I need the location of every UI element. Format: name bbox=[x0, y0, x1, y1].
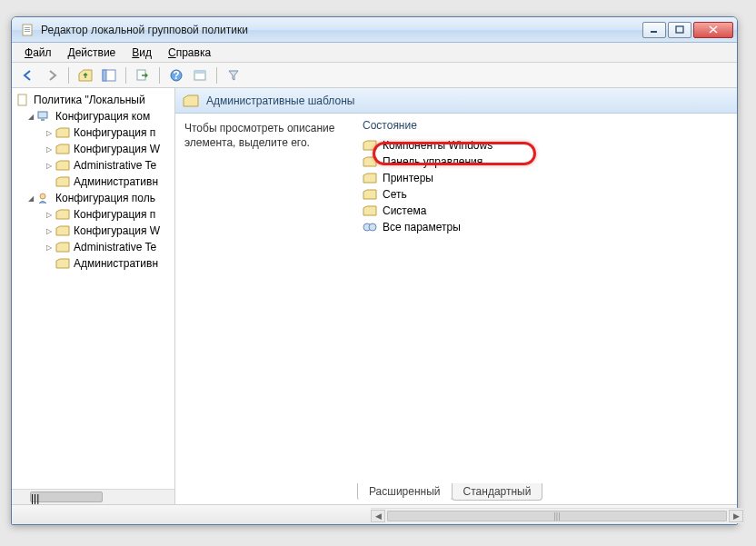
svg-rect-7 bbox=[103, 70, 106, 81]
tree-item[interactable]: ▷Конфигурация W bbox=[12, 223, 174, 239]
folder-icon bbox=[55, 257, 70, 270]
tree-node-computer-config[interactable]: ◢ Конфигурация ком bbox=[12, 108, 174, 124]
tree-hscrollbar[interactable]: ||| bbox=[12, 489, 174, 504]
folder-icon bbox=[363, 173, 377, 184]
back-button[interactable] bbox=[17, 65, 39, 85]
tree-item[interactable]: ▷Конфигурация п bbox=[12, 206, 174, 223]
properties-button[interactable] bbox=[189, 65, 211, 85]
detail-area: Чтобы просмотреть описание элемента, выд… bbox=[175, 114, 737, 504]
folder-icon bbox=[55, 208, 70, 221]
tabstrip: Расширенный Стандартный bbox=[357, 482, 542, 501]
tab-extended[interactable]: Расширенный bbox=[357, 483, 453, 501]
tree[interactable]: Политика "Локальный ◢ Конфигурация ком ▷… bbox=[12, 88, 174, 489]
right-pane: Административные шаблоны Чтобы просмотре… bbox=[175, 88, 737, 504]
svg-rect-5 bbox=[676, 26, 683, 33]
menu-action[interactable]: Действие bbox=[61, 45, 124, 61]
svg-point-18 bbox=[369, 223, 376, 231]
folder-icon bbox=[363, 205, 377, 216]
tree-node-user-config[interactable]: ◢ Конфигурация поль bbox=[12, 190, 174, 206]
folder-icon bbox=[55, 126, 70, 139]
export-list-button[interactable] bbox=[132, 65, 154, 85]
scroll-left-button[interactable]: ◀ bbox=[371, 510, 385, 522]
folder-icon bbox=[183, 94, 199, 107]
help-button[interactable]: ? bbox=[165, 65, 187, 85]
maximize-button[interactable] bbox=[668, 22, 691, 38]
up-button[interactable] bbox=[75, 65, 96, 85]
separator bbox=[68, 67, 69, 84]
menu-file[interactable]: Файл bbox=[17, 45, 59, 61]
tab-standard[interactable]: Стандартный bbox=[452, 483, 543, 501]
folder-icon bbox=[363, 140, 377, 151]
menubar: Файл Действие Вид Справка bbox=[12, 43, 737, 63]
menu-help[interactable]: Справка bbox=[161, 45, 218, 61]
scroll-right-button[interactable]: ▶ bbox=[729, 510, 738, 522]
collapse-icon[interactable]: ◢ bbox=[26, 112, 35, 121]
titlebar[interactable]: Редактор локальной групповой политики bbox=[12, 17, 737, 43]
description-text: Чтобы просмотреть описание элемента, выд… bbox=[175, 114, 357, 504]
folder-icon bbox=[363, 189, 377, 200]
folder-icon bbox=[55, 175, 70, 188]
app-icon bbox=[21, 23, 35, 37]
svg-rect-1 bbox=[25, 27, 30, 28]
column-header-state[interactable]: Состояние bbox=[357, 117, 737, 137]
separator bbox=[216, 67, 217, 84]
folder-icon bbox=[55, 241, 70, 253]
user-icon bbox=[37, 192, 52, 204]
expand-icon[interactable]: ▷ bbox=[45, 144, 54, 154]
svg-rect-12 bbox=[194, 71, 205, 74]
tree-item[interactable]: ▷Administrative Te bbox=[12, 157, 174, 174]
svg-point-16 bbox=[40, 194, 45, 199]
collapse-icon[interactable]: ◢ bbox=[26, 194, 35, 203]
list-hscrollbar[interactable]: ◀ ||| ▶ bbox=[371, 508, 738, 523]
folder-icon bbox=[363, 156, 377, 167]
list-item-control-panel[interactable]: Панель управления bbox=[357, 154, 737, 170]
content: Политика "Локальный ◢ Конфигурация ком ▷… bbox=[12, 88, 737, 504]
svg-rect-13 bbox=[18, 94, 26, 105]
toolbar: ? bbox=[12, 63, 737, 88]
expand-icon[interactable]: ▷ bbox=[45, 128, 54, 137]
page-title: Административные шаблоны bbox=[206, 94, 354, 107]
list-item-system[interactable]: Система bbox=[357, 203, 737, 219]
expand-icon[interactable]: ▷ bbox=[45, 210, 54, 219]
expand-icon[interactable]: ▷ bbox=[45, 226, 54, 235]
svg-rect-15 bbox=[41, 119, 45, 121]
header-band: Административные шаблоны bbox=[175, 88, 737, 114]
minimize-button[interactable] bbox=[642, 22, 666, 38]
svg-rect-4 bbox=[651, 31, 657, 33]
list-column: Состояние Компоненты Windows Панель упра… bbox=[357, 114, 737, 504]
list-item-printers[interactable]: Принтеры bbox=[357, 170, 737, 186]
close-button[interactable] bbox=[693, 22, 733, 38]
folder-icon bbox=[55, 224, 70, 237]
svg-rect-14 bbox=[38, 112, 47, 118]
document-icon bbox=[15, 94, 30, 106]
expand-icon[interactable]: ▷ bbox=[45, 243, 54, 252]
tree-root[interactable]: Политика "Локальный bbox=[12, 92, 174, 108]
tree-item[interactable]: Административн bbox=[12, 255, 174, 272]
tree-item[interactable]: ▷Administrative Te bbox=[12, 239, 174, 255]
forward-button[interactable] bbox=[41, 65, 63, 85]
tree-item[interactable]: Административн bbox=[12, 174, 174, 190]
tree-pane: Политика "Локальный ◢ Конфигурация ком ▷… bbox=[12, 88, 175, 504]
show-hide-tree-button[interactable] bbox=[98, 65, 120, 85]
separator bbox=[159, 67, 160, 84]
scrollbar-thumb[interactable]: ||| bbox=[387, 511, 727, 521]
separator bbox=[125, 67, 126, 84]
window: Редактор локальной групповой политики Фа… bbox=[11, 16, 738, 525]
computer-icon bbox=[37, 110, 52, 123]
tree-item[interactable]: ▷Конфигурация W bbox=[12, 141, 174, 157]
settings-icon bbox=[363, 221, 377, 233]
tree-item[interactable]: ▷Конфигурация п bbox=[12, 124, 174, 141]
expand-icon[interactable]: ▷ bbox=[45, 161, 54, 170]
svg-rect-2 bbox=[25, 29, 30, 30]
menu-view[interactable]: Вид bbox=[124, 45, 159, 61]
window-title: Редактор локальной групповой политики bbox=[41, 24, 641, 36]
list-item-network[interactable]: Сеть bbox=[357, 186, 737, 203]
scrollbar-thumb[interactable]: ||| bbox=[30, 491, 103, 502]
svg-rect-3 bbox=[25, 31, 30, 32]
filter-button[interactable] bbox=[223, 65, 244, 85]
svg-text:?: ? bbox=[173, 69, 179, 82]
folder-icon bbox=[55, 159, 70, 172]
list-item-windows-components[interactable]: Компоненты Windows bbox=[357, 137, 737, 154]
folder-icon bbox=[55, 143, 70, 155]
list-item-all-settings[interactable]: Все параметры bbox=[357, 219, 737, 235]
